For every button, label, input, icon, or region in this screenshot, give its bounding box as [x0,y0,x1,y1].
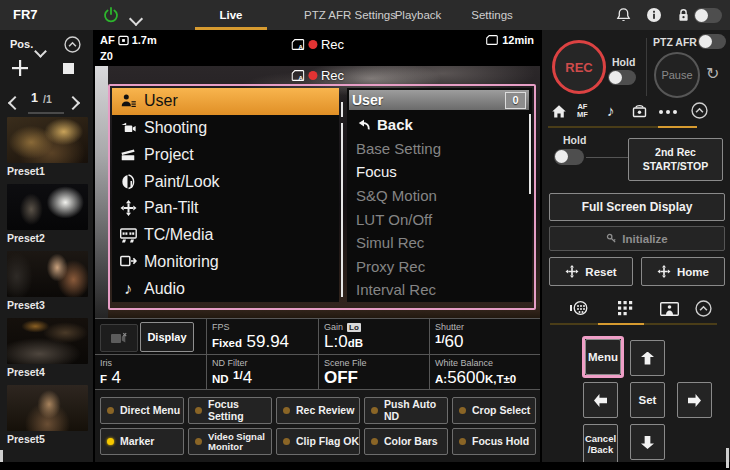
sidebar-collapse-icon[interactable] [64,36,81,53]
tab-ptz-afr-settings[interactable]: PTZ AFR Settings [300,0,400,30]
display-button[interactable]: Display [140,322,194,352]
submenu-item-simul-rec[interactable]: Simul Rec [349,231,527,255]
arrow-up-icon [641,352,654,365]
rec-hold-toggle[interactable] [608,70,636,85]
stream-off-button[interactable] [100,324,138,352]
submenu-scrollbar[interactable] [529,114,531,194]
menu-item-project[interactable]: Project [112,142,339,169]
rec-label: Rec [321,37,344,52]
preset-thumbnail-2[interactable] [7,184,88,230]
monitor-out-icon [118,254,138,269]
panel-collapse-icon[interactable] [695,300,712,317]
chevron-down-icon[interactable] [131,10,141,28]
tab-playback[interactable]: Playback [392,0,444,30]
af-mf-tab-icon[interactable]: AF MF [577,103,588,120]
restart-icon[interactable]: ↻ [706,64,719,83]
second-rec-hold-toggle[interactable] [554,149,584,165]
menu-item-shooting[interactable]: Shooting [112,115,339,142]
assignable-buttons: Direct Menu Focus Setting Rec Review Pus… [95,390,540,462]
down-button[interactable] [630,424,665,460]
submenu-item-focus[interactable]: Focus [349,160,527,184]
sidebar-scrollbar[interactable] [0,450,3,462]
panel-collapse-icon[interactable] [691,102,708,119]
assignable-push-auto-nd[interactable]: Push Auto ND [364,397,448,424]
second-rec-button[interactable]: 2nd RecSTART/STOP [628,138,723,181]
assignable-direct-menu[interactable]: Direct Menu [100,397,184,424]
left-button[interactable] [583,382,618,418]
submenu-item-lut[interactable]: LUT On/Off [349,207,527,231]
menu-item-pan-tilt[interactable]: Pan-Tilt [112,195,339,222]
initialize-button[interactable]: Initialize [549,226,725,251]
camcorder-tab-icon[interactable] [631,103,648,119]
menu-item-audio[interactable]: ♪ Audio [112,275,339,302]
right-button[interactable] [677,382,712,418]
submenu-item-sq-motion[interactable]: S&Q Motion [349,184,527,208]
auto-framing-tab-icon[interactable] [660,302,679,316]
preset-thumbnail-5[interactable] [7,385,88,431]
status-cell-shutter[interactable]: Shutter 1/60 [430,319,540,355]
assignable-crop-select[interactable]: Crop Select [452,397,536,424]
preset-thumbnail-4[interactable] [7,318,88,364]
submenu-item-back[interactable]: Back [349,113,527,137]
menu-button[interactable]: Menu [585,339,621,375]
assign-lamp-active [107,438,114,445]
power-icon[interactable] [103,7,119,23]
preset-thumbnail-3[interactable] [7,251,88,297]
tab-settings[interactable]: Settings [464,0,520,30]
add-preset-button[interactable] [10,58,30,78]
rec-button[interactable]: REC [552,40,606,94]
others-grid-tab-icon[interactable] [618,301,633,316]
pan-tilt-reset-button[interactable]: Reset [549,257,633,286]
bell-icon[interactable] [616,7,631,23]
audio-tab-icon[interactable]: ♪ [607,102,615,119]
status-cell-nd[interactable]: ND Filter ND 1/4 [207,355,319,391]
tab-live[interactable]: Live [195,0,267,30]
assignable-marker[interactable]: Marker [100,428,184,455]
shutter-value: 60 [445,332,464,351]
assign-lamp [107,407,114,414]
home-tab-icon[interactable] [551,104,567,119]
cancel-back-button[interactable]: Cancel/Back [583,424,618,464]
rec-indicator-overlay: A Rec [291,68,344,83]
menu-scrollbar[interactable] [341,123,343,297]
up-button[interactable] [630,340,665,376]
pan-tilt-home-button[interactable]: Home [641,257,725,286]
window-scrollbar[interactable] [726,448,729,468]
info-icon[interactable] [646,7,662,23]
submenu-item-interval-rec[interactable]: Interval Rec [349,278,527,302]
ptz-afr-toggle[interactable] [698,34,726,49]
preset-group-select[interactable]: Pos. [10,38,33,50]
assignable-video-signal-monitor[interactable]: Video Signal Monitor [188,428,272,455]
status-cell-gain[interactable]: GainLo L:0dB [319,319,430,355]
assignable-focus-setting[interactable]: Focus Setting [188,397,272,424]
menu-scrollbar-segment[interactable] [341,102,343,117]
page-next-icon[interactable] [68,94,78,112]
ptz-trace-tab-icon[interactable] [570,300,589,316]
preset-label-2: Preset2 [7,232,45,244]
assignable-color-bars[interactable]: Color Bars [364,428,448,455]
user-menu-icon [118,93,138,109]
full-screen-button[interactable]: Full Screen Display [549,193,725,221]
preset-thumbnail-1[interactable] [7,117,88,163]
stop-button[interactable] [63,63,74,74]
assignable-clip-flag-ok[interactable]: Clip Flag OK [276,428,360,455]
status-cell-iris[interactable]: Iris F 4 [95,355,207,391]
pause-button[interactable]: Pause [654,52,700,98]
page-prev-icon[interactable] [10,94,20,112]
submenu-item-base-setting[interactable]: Base Setting [349,137,527,161]
menu-item-user[interactable]: User [112,88,339,115]
lock-toggle[interactable] [694,8,722,23]
more-tab-icon[interactable] [659,110,677,114]
group-chevron-down-icon[interactable] [36,42,45,60]
menu-item-monitoring[interactable]: Monitoring [112,249,339,276]
status-cell-scene[interactable]: Scene File OFF [319,355,430,391]
set-button[interactable]: Set [630,382,665,418]
status-cell-wb[interactable]: White Balance A:5600K,T±0 [430,355,540,391]
menu-item-tc-media[interactable]: TC/Media [112,222,339,249]
submenu-item-proxy-rec[interactable]: Proxy Rec [349,255,527,279]
menu-item-paint-look[interactable]: Paint/Look [112,168,339,195]
status-cell-fps[interactable]: FPS Fixed 59.94 [207,319,319,355]
assign-lamp [371,407,378,414]
assignable-focus-hold[interactable]: Focus Hold [452,428,536,455]
assignable-rec-review[interactable]: Rec Review [276,397,360,424]
